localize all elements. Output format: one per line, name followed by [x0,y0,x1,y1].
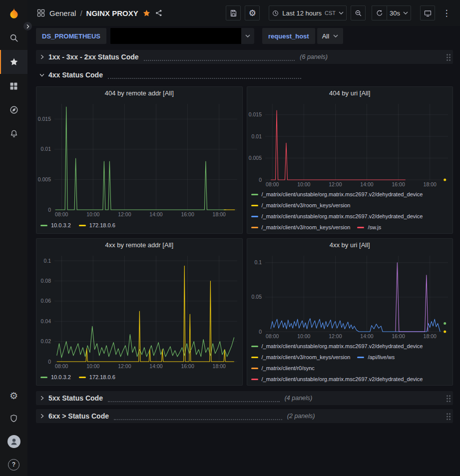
chevron-down-icon [333,34,338,37]
apps-grid-icon [36,8,45,17]
grafana-logo[interactable] [0,0,27,26]
legend-swatch [251,346,258,347]
panel-title[interactable]: 4xx by remote addr [All] [36,239,242,252]
favorite-star-icon[interactable] [142,9,151,17]
alerting-bell-icon [9,129,19,139]
dashboard-content: DS_PROMETHEUS request_host All 1xx - 3xx… [27,26,460,476]
dotted-leader [108,395,280,402]
save-icon [229,9,238,17]
plot-svg: 00.020.040.060.080.108:0010:0012:0014:00… [36,252,242,370]
row-drag-handle[interactable] [446,412,451,420]
dotted-leader [114,413,282,420]
dashboards-icon [9,81,18,91]
sidebar-item-dashboards[interactable] [0,74,27,98]
legend-item[interactable]: /api/live/ws [357,352,395,363]
share-icon[interactable] [155,9,163,17]
refresh-interval-label: 30s [390,9,400,17]
legend-item[interactable]: 10.0.3.2 [40,220,71,231]
chevron-down-icon [339,11,344,14]
dashboard-settings-button[interactable]: ⚙ [245,5,260,20]
row-title: 4xx Status Code [48,71,103,79]
svg-text:12:00: 12:00 [329,333,342,339]
time-series-plot[interactable]: 00.0050.010.01508:0010:0012:0014:0016:00… [36,100,242,218]
refresh-interval-picker[interactable]: 30s [387,5,411,20]
shield-icon [9,414,18,424]
zoom-out-button[interactable] [351,5,366,20]
tv-mode-button[interactable] [420,5,435,20]
legend-item[interactable]: /_matrix/client/v3/room_keys/version [251,222,351,232]
time-series-plot[interactable]: 00.020.040.060.080.108:0010:0012:0014:00… [36,252,242,370]
legend-swatch [251,205,258,206]
time-series-plot[interactable]: 00.050.108:0010:0012:0014:0016:0018:00 [247,252,453,340]
datasource-variable-select[interactable] [110,28,254,44]
svg-text:0.005: 0.005 [38,176,51,182]
legend-swatch [251,216,258,217]
chevron-right-icon [39,413,45,419]
kebab-icon: ⋮ [443,9,451,17]
legend-item[interactable]: 172.18.0.6 [79,220,115,231]
topbar: General / NGINX PROXY ⚙ Las [27,0,460,26]
sidebar-item-configuration[interactable]: ⚙ [0,384,27,407]
sidebar-item-help[interactable]: ? [0,453,27,476]
dashboard-title[interactable]: NGINX PROXY [86,9,138,17]
sidebar-item-explore[interactable] [0,98,27,122]
variable-label-ds-prometheus: DS_PROMETHEUS [36,28,106,44]
svg-text:0.1: 0.1 [254,259,262,265]
svg-text:18:00: 18:00 [423,181,436,187]
sidebar-item-alerting[interactable] [0,122,27,146]
legend-item[interactable]: 172.18.0.6 [79,372,115,383]
legend-swatch [40,225,47,226]
breadcrumb-section[interactable]: General [49,9,76,17]
sidebar-item-profile[interactable] [0,430,27,453]
legend-item[interactable]: /_matrix/client/unstable/org.matrix.msc2… [251,374,423,384]
dashboard-row-4xx[interactable]: 4xx Status Code [36,68,453,82]
panel-title[interactable]: 404 by remote addr [All] [36,87,242,100]
legend-swatch [251,227,258,228]
sidebar-bottom-group: ⚙ ? [0,384,27,476]
panel-title[interactable]: 404 by uri [All] [247,87,453,100]
panel-4xx-by-uri: 4xx by uri [All] 00.050.108:0010:0012:00… [247,238,454,386]
row-drag-handle[interactable] [446,53,451,61]
legend-item[interactable]: /_matrix/client/r0/sync [251,363,315,374]
legend-item[interactable]: /_matrix/client/v3/room_keys/version [251,352,351,363]
sidebar-expand-button[interactable] [23,22,32,30]
legend-label: /_matrix/client/v3/room_keys/version [262,354,351,360]
search-icon [9,33,19,43]
dashboard-row-5xx[interactable]: 5xx Status Code (4 panels) [36,391,453,405]
settings-gear-icon: ⚙ [9,391,18,401]
svg-text:08:00: 08:00 [266,333,279,339]
legend-item[interactable]: /_matrix/client/unstable/org.matrix.msc2… [251,189,423,200]
topbar-actions: ⚙ Last 12 hours CST [226,5,454,20]
legend: /_matrix/client/unstable/org.matrix.msc2… [247,188,453,232]
svg-text:10:00: 10:00 [86,211,99,217]
svg-text:12:00: 12:00 [118,211,131,217]
time-range-label: Last 12 hours [282,9,322,17]
dashboard-row-6xx[interactable]: 6xx > Status Code (2 panels) [36,409,453,423]
svg-text:18:00: 18:00 [423,333,436,339]
time-range-picker[interactable]: Last 12 hours CST [269,5,347,20]
legend-swatch [251,194,258,195]
row-drag-handle[interactable] [446,394,451,402]
sidebar-item-server-admin[interactable] [0,407,27,430]
svg-text:14:00: 14:00 [149,211,162,217]
dashboard-row-1xx-3xx-2xx[interactable]: 1xx - 3xx - 2xx Status Code (6 panels) [36,50,453,64]
legend-item[interactable]: /sw.js [357,222,381,232]
dotted-leader [108,71,301,79]
legend-item[interactable]: /_matrix/client/v3/room_keys/version [251,200,351,211]
legend-item[interactable]: /_matrix/client/unstable/org.matrix.msc2… [251,211,423,222]
svg-text:0: 0 [48,207,51,213]
request-host-variable-select[interactable]: All [317,28,343,44]
time-series-plot[interactable]: 00.0050.010.01508:0010:0012:0014:0016:00… [247,100,453,188]
sidebar-item-starred[interactable] [0,50,27,74]
more-options-button[interactable]: ⋮ [439,5,454,20]
save-dashboard-button[interactable] [226,5,241,20]
panel-title[interactable]: 4xx by uri [All] [247,239,453,252]
gear-icon: ⚙ [249,9,256,17]
svg-text:0: 0 [259,329,262,335]
refresh-button[interactable] [372,5,387,20]
legend-item[interactable]: 10.0.3.2 [40,372,71,383]
legend-item[interactable]: /_matrix/client/unstable/org.matrix.msc2… [251,341,423,352]
chevron-right-icon [26,24,30,28]
sidebar-item-search[interactable] [0,26,27,50]
breadcrumb-separator: / [80,9,82,17]
